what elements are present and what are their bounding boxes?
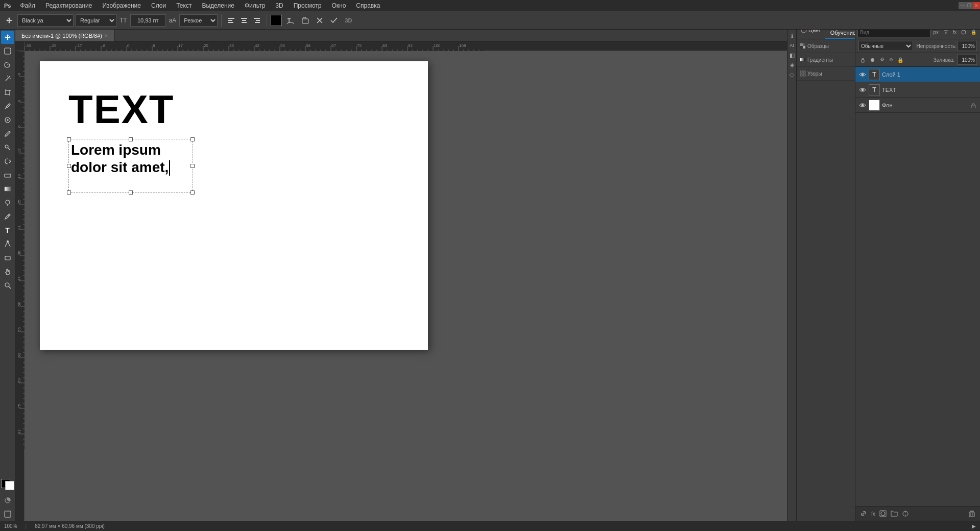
svg-point-53 [862, 89, 864, 91]
open-file-button[interactable] [299, 14, 312, 27]
lock-transparent-button[interactable] [858, 55, 867, 65]
handle-mr[interactable] [190, 164, 195, 168]
shape-tool[interactable] [1, 251, 14, 264]
menu-help[interactable]: Справка [351, 1, 385, 10]
eraser-tool[interactable] [1, 168, 14, 182]
3d-mode-button[interactable]: 3D [342, 14, 354, 27]
menu-select[interactable]: Выделение [197, 1, 240, 10]
handle-tl[interactable] [67, 137, 71, 141]
toolbar-move-tool[interactable] [3, 14, 15, 27]
svg-rect-33 [5, 256, 10, 260]
align-left-button[interactable] [225, 14, 237, 27]
gradient-tool[interactable] [1, 182, 14, 196]
handle-bl[interactable] [67, 190, 71, 195]
document-tab[interactable]: Без имени-1 @ 100% (RGB/8#) ✕ [15, 30, 115, 41]
menu-layers[interactable]: Слои [146, 1, 171, 10]
layer-1-visibility[interactable] [858, 70, 867, 79]
brush-tool[interactable] [1, 127, 14, 140]
quick-mask-tool[interactable] [1, 494, 14, 507]
layer-row-1[interactable]: T Слой 1 [855, 67, 980, 82]
fg-bg-colors[interactable] [1, 479, 14, 492]
lock-image-button[interactable] [868, 55, 877, 65]
lock-artboard-button[interactable]: ⊕ [888, 55, 895, 65]
crop-tool[interactable] [1, 86, 14, 99]
gradients-title[interactable]: Градиенты [800, 55, 852, 64]
create-group-button[interactable] [889, 509, 899, 519]
mini-info-button[interactable]: ℹ [788, 32, 796, 40]
handle-bm[interactable] [129, 190, 133, 195]
align-center-button[interactable] [238, 14, 250, 27]
swatches-title[interactable]: Образцы [800, 41, 852, 51]
handle-br[interactable] [190, 190, 195, 195]
path-select-tool[interactable] [1, 237, 14, 251]
restore-button[interactable]: ❐ [966, 2, 973, 9]
hand-tool[interactable] [1, 265, 14, 278]
patterns-section: Узоры [797, 67, 855, 81]
spot-heal-tool[interactable] [1, 113, 14, 127]
handle-ml[interactable] [67, 164, 71, 168]
selection-tool[interactable] [1, 44, 14, 58]
layer-row-bg[interactable]: Фон [855, 98, 980, 113]
menu-text[interactable]: Текст [171, 1, 197, 10]
patterns-title[interactable]: Узоры [800, 69, 852, 78]
dodge-burn-tool[interactable] [1, 196, 14, 209]
blend-mode-select[interactable]: Обычные [858, 41, 913, 51]
eyedropper-tool[interactable] [1, 100, 14, 113]
font-family-select[interactable]: Black ya [17, 14, 74, 27]
lasso-tool[interactable] [1, 58, 14, 71]
mini-panel-button[interactable]: ◧ [788, 51, 796, 59]
text-color-swatch[interactable] [271, 15, 282, 26]
layer-text-visibility[interactable] [858, 86, 867, 94]
menu-file[interactable]: Файл [15, 1, 40, 10]
mini-ai-button[interactable]: AI [788, 41, 796, 50]
menu-window[interactable]: Окно [326, 1, 351, 10]
move-tool[interactable] [1, 31, 14, 44]
delete-layer-button[interactable] [967, 509, 977, 519]
align-right-button[interactable] [251, 14, 263, 27]
canvas-text-body[interactable]: Lorem ipsumdolor sit amet, [69, 139, 193, 178]
opacity-input[interactable] [958, 41, 977, 51]
fill-input[interactable] [958, 55, 977, 65]
warp-text-button[interactable]: T [284, 14, 297, 27]
svg-point-26 [5, 145, 8, 148]
canvas-area[interactable]: TEXT Lorem ipsumdolor sit amet, [15, 30, 787, 521]
screen-mode-button[interactable] [1, 508, 14, 521]
menu-image[interactable]: Изображение [97, 1, 146, 10]
history-brush-tool[interactable] [1, 155, 14, 168]
font-size-input[interactable] [130, 14, 166, 27]
layer-row-text[interactable]: T TEXT [855, 82, 980, 98]
handle-tr[interactable] [190, 137, 195, 141]
svg-line-14 [6, 77, 10, 81]
layer-style-button[interactable]: fx [870, 509, 877, 519]
cancel-transform-button[interactable] [314, 14, 326, 27]
tab-close-button[interactable]: ✕ [104, 33, 108, 38]
magic-wand-tool[interactable] [1, 72, 14, 85]
status-dimensions: 82,97 мм × 60,96 мм (300 ppi) [35, 523, 105, 529]
text-tool[interactable]: T [1, 224, 14, 237]
layer-bg-visibility[interactable] [858, 101, 867, 109]
lock-all-button[interactable]: 🔒 [896, 55, 905, 65]
confirm-transform-button[interactable] [328, 14, 340, 27]
menu-filter[interactable]: Фильтр [240, 1, 270, 10]
anti-alias-select[interactable]: Резкое [179, 14, 218, 27]
font-style-select[interactable]: Regular [76, 14, 116, 27]
menu-view[interactable]: Просмотр [289, 1, 327, 10]
add-mask-button[interactable] [878, 509, 888, 519]
menu-edit[interactable]: Редактирование [40, 1, 97, 10]
lock-position-button[interactable] [878, 55, 887, 65]
text-box-selected[interactable]: Lorem ipsumdolor sit amet, [68, 139, 193, 193]
close-button[interactable]: ✕ [973, 2, 980, 9]
zoom-tool[interactable] [1, 279, 14, 292]
create-adjustment-button[interactable] [900, 509, 911, 519]
link-layers-button[interactable] [858, 509, 869, 519]
clone-stamp-tool[interactable] [1, 141, 14, 154]
document-canvas[interactable]: TEXT Lorem ipsumdolor sit amet, [40, 61, 428, 350]
menu-3d[interactable]: 3D [270, 1, 288, 10]
pen-tool[interactable] [1, 210, 14, 223]
minimize-button[interactable]: — [959, 2, 966, 9]
status-arrow-button[interactable]: ▶ [972, 523, 976, 529]
mini-mask-button[interactable]: ⬭ [788, 70, 796, 79]
handle-tm[interactable] [129, 137, 133, 141]
mini-adjust-button[interactable]: ◈ [788, 61, 796, 69]
svg-rect-41 [803, 43, 805, 46]
